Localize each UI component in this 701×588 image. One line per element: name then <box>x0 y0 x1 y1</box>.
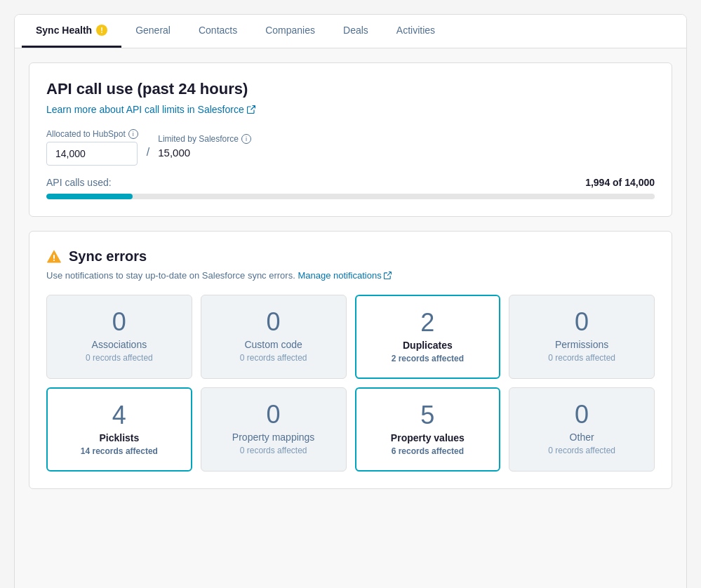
tab-general[interactable]: General <box>121 15 185 48</box>
field-divider: / <box>147 146 149 166</box>
tab-activities[interactable]: Activities <box>382 15 449 48</box>
api-limits-link[interactable]: Learn more about API call limits in Sale… <box>46 104 655 115</box>
progress-bar-background <box>46 194 655 199</box>
error-card-duplicates[interactable]: 2Duplicates2 records affected <box>355 295 501 379</box>
error-records-other: 0 records affected <box>521 446 643 455</box>
api-calls-value: 1,994 of 14,000 <box>585 177 655 188</box>
error-name-property-mappings: Property mappings <box>213 432 335 443</box>
limited-label: Limited by Salesforce i <box>158 134 251 144</box>
error-card-permissions[interactable]: 0Permissions0 records affected <box>509 295 655 379</box>
error-count-property-values: 5 <box>368 403 488 428</box>
tab-deals-label: Deals <box>343 25 368 36</box>
error-count-property-mappings: 0 <box>213 402 335 427</box>
error-records-duplicates: 2 records affected <box>368 354 488 363</box>
error-count-picklists: 4 <box>59 403 180 428</box>
tabs-bar: Sync Health General Contacts Companies D… <box>15 15 686 48</box>
api-fields: Allocated to HubSpot i / Limited by Sale… <box>46 129 655 166</box>
error-records-associations: 0 records affected <box>58 353 180 363</box>
sync-errors-warning-icon <box>46 249 62 265</box>
error-count-other: 0 <box>521 402 643 427</box>
error-grid: 0Associations0 records affected0Custom c… <box>46 295 655 472</box>
error-name-picklists: Picklists <box>59 432 180 443</box>
tab-deals[interactable]: Deals <box>329 15 382 48</box>
api-card-title: API call use (past 24 hours) <box>46 80 655 98</box>
allocated-group: Allocated to HubSpot i <box>46 129 138 166</box>
main-container: Sync Health General Contacts Companies D… <box>14 14 687 588</box>
tab-companies[interactable]: Companies <box>251 15 329 48</box>
error-records-custom-code: 0 records affected <box>213 353 335 363</box>
error-count-duplicates: 2 <box>368 310 488 335</box>
allocated-input[interactable] <box>46 142 138 166</box>
tab-general-label: General <box>135 25 171 36</box>
limited-info-icon[interactable]: i <box>241 134 251 144</box>
api-limits-link-text: Learn more about API call limits in Sale… <box>46 104 244 115</box>
warning-badge <box>96 25 107 36</box>
svg-point-0 <box>53 260 55 261</box>
error-count-associations: 0 <box>58 309 180 335</box>
error-card-property-values[interactable]: 5Property values6 records affected <box>355 387 501 472</box>
api-calls-row: API calls used: 1,994 of 14,000 <box>46 177 655 188</box>
error-records-permissions: 0 records affected <box>521 353 643 363</box>
sync-errors-header: Sync errors <box>46 248 655 265</box>
sync-errors-description: Use notifications to stay up-to-date on … <box>46 270 655 281</box>
tab-sync-health[interactable]: Sync Health <box>22 15 121 48</box>
sync-errors-title: Sync errors <box>69 248 147 265</box>
api-calls-label: API calls used: <box>46 177 112 188</box>
error-count-permissions: 0 <box>521 309 643 335</box>
limited-group: Limited by Salesforce i 15,000 <box>158 134 251 166</box>
error-count-custom-code: 0 <box>213 309 335 335</box>
error-records-property-mappings: 0 records affected <box>213 446 335 455</box>
content-area: API call use (past 24 hours) Learn more … <box>15 48 686 588</box>
error-name-property-values: Property values <box>368 432 488 443</box>
error-card-custom-code[interactable]: 0Custom code0 records affected <box>201 295 347 379</box>
error-name-other: Other <box>521 432 643 443</box>
tab-contacts[interactable]: Contacts <box>185 15 251 48</box>
api-card: API call use (past 24 hours) Learn more … <box>29 62 672 217</box>
error-name-associations: Associations <box>58 339 180 350</box>
allocated-info-icon[interactable]: i <box>128 129 138 139</box>
allocated-label: Allocated to HubSpot i <box>46 129 138 139</box>
error-name-custom-code: Custom code <box>213 339 335 350</box>
manage-notifications-link[interactable]: Manage notifications <box>298 270 391 281</box>
error-card-property-mappings[interactable]: 0Property mappings0 records affected <box>201 387 347 472</box>
sync-errors-card: Sync errors Use notifications to stay up… <box>29 231 672 489</box>
error-card-associations[interactable]: 0Associations0 records affected <box>46 295 192 379</box>
tab-activities-label: Activities <box>396 25 435 36</box>
tab-sync-health-label: Sync Health <box>36 25 92 36</box>
external-link-icon <box>247 105 255 114</box>
error-records-property-values: 6 records affected <box>368 446 488 456</box>
progress-bar-fill <box>46 194 133 199</box>
error-card-picklists[interactable]: 4Picklists14 records affected <box>46 387 192 472</box>
error-name-permissions: Permissions <box>521 339 643 350</box>
tab-companies-label: Companies <box>265 25 315 36</box>
tab-contacts-label: Contacts <box>199 25 237 36</box>
error-records-picklists: 14 records affected <box>59 446 180 456</box>
error-card-other[interactable]: 0Other0 records affected <box>509 387 655 472</box>
limited-value: 15,000 <box>158 147 251 166</box>
error-name-duplicates: Duplicates <box>368 340 488 351</box>
manage-link-external-icon <box>384 272 392 279</box>
